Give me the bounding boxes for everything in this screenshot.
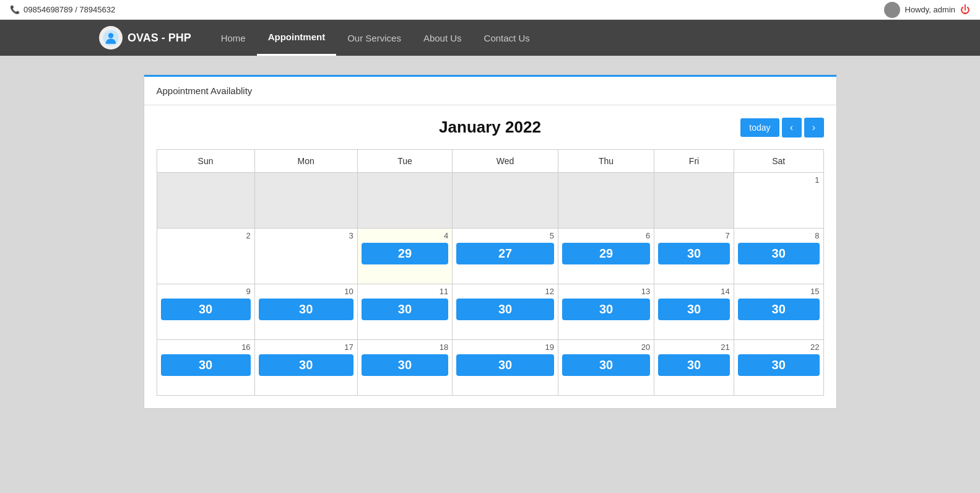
calendar-week-row: 23429527629730830 — [157, 229, 823, 284]
col-sun: Sun — [157, 150, 254, 173]
table-row — [357, 173, 453, 229]
prev-button[interactable]: ‹ — [782, 118, 802, 137]
col-mon: Mon — [254, 150, 357, 173]
phone-number: 09854698789 / 78945632 — [24, 5, 115, 14]
day-number: 10 — [259, 287, 353, 296]
calendar-header-row: Sun Mon Tue Wed Thu Fri Sat — [157, 150, 823, 173]
day-number: 7 — [658, 231, 730, 240]
col-fri: Fri — [654, 150, 734, 173]
day-number: 18 — [362, 342, 449, 352]
availability-badge[interactable]: 30 — [738, 354, 820, 376]
availability-badge[interactable]: 27 — [456, 243, 554, 264]
calendar-week-row: 1 — [157, 173, 823, 229]
calendar-week-row: 1630173018301930203021302230 — [157, 340, 823, 396]
availability-badge[interactable]: 30 — [456, 299, 554, 320]
nav-items: Home Appointment Our Services About Us C… — [210, 20, 541, 56]
table-row[interactable]: 1730 — [254, 340, 357, 396]
availability-badge[interactable]: 30 — [658, 354, 730, 376]
col-sat: Sat — [734, 150, 823, 173]
avatar — [884, 2, 900, 18]
table-row[interactable]: 2030 — [558, 340, 654, 396]
table-row — [558, 173, 654, 229]
availability-badge[interactable]: 30 — [562, 354, 650, 376]
day-number: 14 — [658, 287, 730, 296]
table-row[interactable]: 1530 — [734, 284, 823, 340]
table-row[interactable]: 1430 — [654, 284, 734, 340]
power-icon[interactable]: ⏻ — [960, 4, 970, 15]
availability-badge[interactable]: 29 — [362, 243, 449, 264]
nav-item-home[interactable]: Home — [210, 20, 257, 56]
table-row — [157, 173, 254, 229]
today-button[interactable]: today — [740, 118, 779, 137]
table-row[interactable]: 2130 — [654, 340, 734, 396]
day-number: 8 — [738, 231, 820, 240]
day-number: 3 — [259, 231, 353, 240]
nav-item-about[interactable]: About Us — [412, 20, 473, 56]
day-number: 22 — [738, 342, 820, 352]
svg-point-0 — [889, 4, 895, 10]
nav-item-contact[interactable]: Contact Us — [473, 20, 541, 56]
phone-icon: 📞 — [10, 5, 20, 14]
brand-logo — [99, 26, 123, 50]
table-row: 2 — [157, 229, 254, 284]
top-bar-right: Howdy, admin ⏻ — [884, 2, 970, 18]
calendar-section-title: Appointment Availablity — [157, 85, 253, 96]
calendar-body: January 2022 today ‹ › Sun Mon Tue Wed T… — [144, 105, 836, 408]
availability-badge[interactable]: 30 — [362, 354, 449, 376]
table-row — [254, 173, 357, 229]
availability-badge[interactable]: 30 — [161, 354, 251, 376]
nav-item-services[interactable]: Our Services — [336, 20, 412, 56]
table-row[interactable]: 1930 — [453, 340, 558, 396]
table-row — [654, 173, 734, 229]
main-content: Appointment Availablity January 2022 tod… — [144, 74, 837, 409]
table-row: 3 — [254, 229, 357, 284]
top-bar: 📞 09854698789 / 78945632 Howdy, admin ⏻ — [0, 0, 980, 20]
table-row[interactable]: 830 — [734, 229, 823, 284]
table-row[interactable]: 1230 — [453, 284, 558, 340]
table-row[interactable]: 1030 — [254, 284, 357, 340]
col-wed: Wed — [453, 150, 558, 173]
calendar-title-row: January 2022 today ‹ › — [157, 118, 824, 137]
table-row — [453, 173, 558, 229]
table-row[interactable]: 629 — [558, 229, 654, 284]
day-number: 12 — [456, 287, 554, 296]
availability-badge[interactable]: 30 — [456, 354, 554, 376]
day-number: 11 — [362, 287, 449, 296]
availability-badge[interactable]: 30 — [161, 299, 251, 320]
calendar-controls: today ‹ › — [740, 118, 823, 137]
calendar-title: January 2022 — [439, 118, 541, 137]
availability-badge[interactable]: 30 — [658, 299, 730, 320]
day-number: 1 — [738, 175, 820, 185]
day-number: 6 — [562, 231, 650, 240]
calendar-header-bar: Appointment Availablity — [144, 75, 836, 105]
top-bar-left: 📞 09854698789 / 78945632 — [10, 5, 115, 14]
table-row[interactable]: 1130 — [357, 284, 453, 340]
table-row[interactable]: 429 — [357, 229, 453, 284]
col-tue: Tue — [357, 150, 453, 173]
table-row[interactable]: 2230 — [734, 340, 823, 396]
availability-badge[interactable]: 30 — [362, 299, 449, 320]
table-row[interactable]: 730 — [654, 229, 734, 284]
nav-item-appointment[interactable]: Appointment — [257, 20, 336, 56]
day-number: 4 — [362, 231, 449, 240]
brand: OVAS - PHP — [99, 26, 191, 50]
table-row[interactable]: 527 — [453, 229, 558, 284]
availability-badge[interactable]: 30 — [562, 299, 650, 320]
day-number: 9 — [161, 287, 251, 296]
user-greeting: Howdy, admin — [905, 5, 955, 14]
table-row[interactable]: 930 — [157, 284, 254, 340]
table-row[interactable]: 1630 — [157, 340, 254, 396]
availability-badge[interactable]: 29 — [562, 243, 650, 264]
next-button[interactable]: › — [804, 118, 824, 137]
availability-badge[interactable]: 30 — [738, 299, 820, 320]
day-number: 16 — [161, 342, 251, 352]
day-number: 17 — [259, 342, 353, 352]
availability-badge[interactable]: 30 — [259, 299, 353, 320]
day-number: 5 — [456, 231, 554, 240]
table-row[interactable]: 1830 — [357, 340, 453, 396]
availability-badge[interactable]: 30 — [658, 243, 730, 264]
availability-badge[interactable]: 30 — [259, 354, 353, 376]
availability-badge[interactable]: 30 — [738, 243, 820, 264]
navbar: OVAS - PHP Home Appointment Our Services… — [0, 20, 980, 56]
table-row[interactable]: 1330 — [558, 284, 654, 340]
